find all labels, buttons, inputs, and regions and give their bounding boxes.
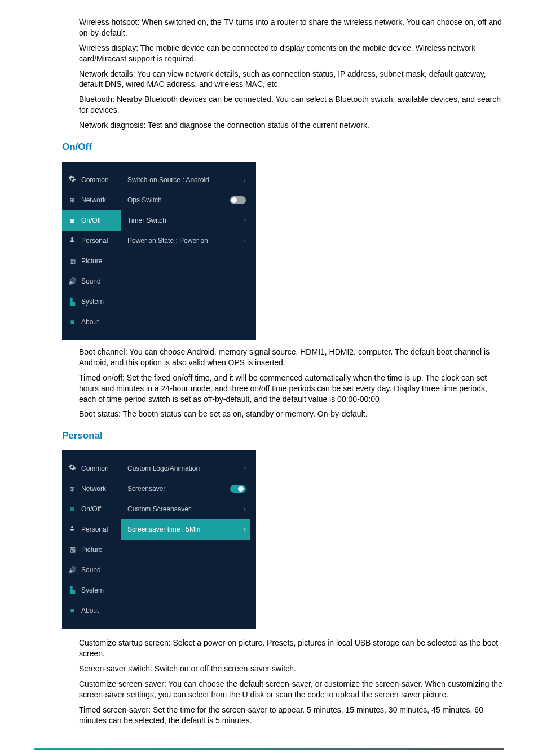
section-title-personal: Personal	[62, 430, 504, 443]
setting-row-switch-on-source[interactable]: Switch-on Source : Android ›	[121, 170, 250, 190]
sidebar-item-system[interactable]: ▙System	[62, 580, 121, 600]
sidebar-item-onoff[interactable]: ◙ On/Off	[62, 499, 121, 519]
intro-para: Wireless display: The mobile device can …	[79, 43, 504, 64]
svg-point-0	[71, 237, 73, 240]
sidebar-item-network[interactable]: ⊕ Network	[62, 190, 121, 210]
info-icon: ■	[68, 606, 77, 615]
chevron-right-icon: ›	[244, 525, 246, 534]
sidebar-item-common[interactable]: Common	[62, 170, 121, 190]
onoff-para: Timed on/off: Set the fixed on/off time,…	[79, 373, 504, 405]
sidebar-item-label: System	[81, 297, 104, 306]
personal-para: Customize startup screen: Select a power…	[79, 638, 504, 659]
onoff-para: Boot status: The bootn status can be set…	[79, 409, 504, 419]
grid-icon: ▙	[68, 586, 77, 595]
power-icon: ◙	[68, 216, 77, 225]
setting-label: Custom Logo/Animation	[127, 464, 200, 473]
sidebar-item-label: Common	[81, 175, 109, 184]
gear-icon	[68, 463, 77, 474]
toggle-ops-switch[interactable]	[230, 196, 246, 204]
chevron-right-icon: ›	[244, 236, 246, 245]
gear-icon	[68, 175, 77, 185]
setting-row-ops-switch[interactable]: Ops Switch	[121, 190, 250, 210]
setting-label: Switch-on Source : Android	[127, 175, 209, 184]
section-title-onoff: On/Off	[62, 141, 504, 154]
onoff-para: Boot channel: You can choose Android, me…	[79, 347, 504, 368]
sidebar-item-picture[interactable]: ▧Picture	[62, 251, 121, 271]
person-icon	[68, 236, 77, 245]
chevron-right-icon: ›	[244, 505, 246, 514]
grid-icon: ▙	[68, 297, 77, 306]
sidebar-item-label: System	[81, 586, 104, 595]
sidebar-item-label: Network	[81, 484, 106, 493]
sidebar-item-label: About	[81, 606, 99, 615]
setting-row-custom-screensaver[interactable]: Custom Screensaver ›	[121, 499, 250, 519]
image-icon: ▧	[68, 257, 77, 266]
sidebar-item-picture[interactable]: ▧Picture	[62, 540, 121, 560]
svg-point-1	[71, 526, 73, 528]
globe-icon: ⊕	[68, 196, 77, 205]
sidebar-item-sound[interactable]: 🔊Sound	[62, 271, 121, 291]
setting-label: Custom Screensaver	[127, 505, 191, 514]
sidebar-item-sound[interactable]: 🔊Sound	[62, 560, 121, 580]
intro-para: Bluetooth: Nearby Bluetooth devices can …	[79, 94, 504, 116]
sidebar-item-common[interactable]: Common	[62, 458, 121, 479]
personal-para: Customize screen-saver: You can choose t…	[79, 679, 504, 700]
sidebar-item-label: Common	[81, 464, 109, 473]
footer-divider	[34, 748, 504, 750]
intro-para: Network diagnosis: Test and diagnose the…	[79, 120, 504, 131]
intro-para: Wireless hotspot: When switched on, the …	[79, 17, 504, 38]
intro-para: Network details: You can view network de…	[79, 69, 504, 90]
setting-row-custom-logo[interactable]: Custom Logo/Animation ›	[121, 458, 250, 479]
setting-label: Timer Switch	[127, 216, 166, 225]
chevron-right-icon: ›	[244, 464, 246, 473]
setting-row-power-on-state[interactable]: Power on State : Power on ›	[121, 231, 250, 251]
setting-label: Ops Switch	[127, 196, 162, 205]
sidebar-item-about[interactable]: ■About	[62, 312, 121, 332]
sidebar-item-label: Sound	[81, 277, 101, 286]
sidebar-item-personal[interactable]: Personal	[62, 519, 121, 540]
chevron-right-icon: ›	[244, 175, 246, 184]
setting-row-timer-switch[interactable]: Timer Switch ›	[121, 210, 250, 231]
person-icon	[68, 525, 77, 534]
info-icon: ■	[68, 317, 77, 326]
chevron-right-icon: ›	[244, 216, 246, 225]
sidebar-item-network[interactable]: ⊕ Network	[62, 479, 121, 499]
globe-icon: ⊕	[68, 484, 77, 493]
sidebar-item-label: Picture	[81, 545, 102, 554]
sidebar-item-label: On/Off	[81, 216, 101, 225]
setting-row-screensaver-time[interactable]: Screensaver time : 5Min ›	[121, 519, 250, 540]
personal-screenshot: Common Custom Logo/Animation › ⊕ Network…	[62, 450, 256, 629]
image-icon: ▧	[68, 545, 77, 554]
toggle-screensaver[interactable]	[230, 485, 246, 493]
sidebar-item-label: Picture	[81, 257, 102, 266]
sidebar-item-label: On/Off	[81, 505, 101, 514]
sidebar-item-onoff[interactable]: ◙ On/Off	[62, 210, 121, 231]
power-icon: ◙	[68, 505, 77, 514]
onoff-screenshot: Common Switch-on Source : Android › ⊕ Ne…	[62, 162, 256, 340]
sidebar-item-label: Sound	[81, 565, 101, 574]
personal-para: Screen-saver switch: Switch on or off th…	[79, 664, 504, 674]
sidebar-item-label: Personal	[81, 525, 108, 534]
sidebar-item-label: Network	[81, 196, 106, 205]
sidebar-item-about[interactable]: ■About	[62, 600, 121, 621]
setting-label: Power on State : Power on	[127, 236, 208, 245]
speaker-icon: 🔊	[68, 277, 77, 286]
personal-para: Timed screen-saver: Set the time for the…	[79, 705, 504, 726]
speaker-icon: 🔊	[68, 565, 77, 574]
sidebar-item-label: Personal	[81, 236, 108, 245]
sidebar-item-personal[interactable]: Personal	[62, 231, 121, 251]
setting-label: Screensaver	[127, 484, 165, 493]
setting-label: Screensaver time : 5Min	[127, 525, 200, 534]
sidebar-item-label: About	[81, 317, 99, 326]
setting-row-screensaver[interactable]: Screensaver	[121, 479, 250, 499]
sidebar-item-system[interactable]: ▙System	[62, 291, 121, 312]
